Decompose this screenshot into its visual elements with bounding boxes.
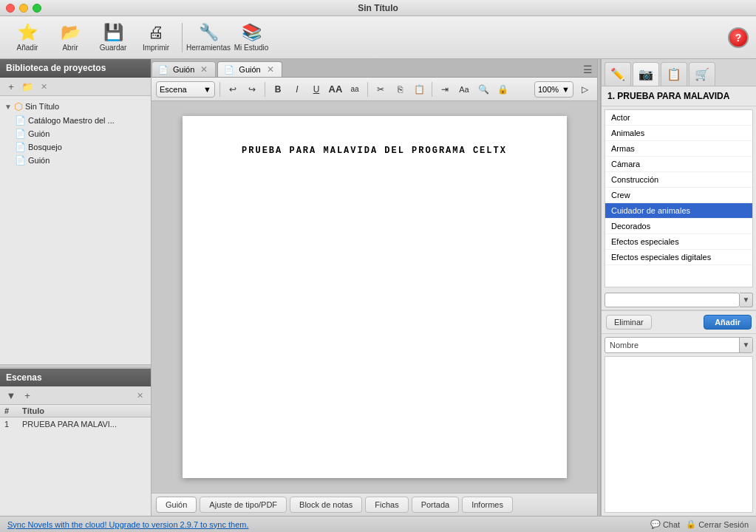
cut-button[interactable]: ✂ bbox=[372, 81, 389, 98]
rp-tab-pencil[interactable]: ✏️ bbox=[605, 62, 631, 86]
scene-expand-btn[interactable]: ▼ bbox=[4, 389, 18, 402]
add-label: Añadir bbox=[17, 44, 38, 52]
category-list: Actor Animales Armas Cámara Construcción… bbox=[605, 109, 753, 287]
category-armas[interactable]: Armas bbox=[605, 141, 752, 157]
tools-icon: 🔧 bbox=[199, 23, 219, 42]
bottom-tab-bar: Guión Ajuste de tipo/PDF Block de notas … bbox=[151, 493, 597, 516]
rp-tab-camera[interactable]: 📷 bbox=[633, 62, 659, 86]
session-button[interactable]: 🔒 Cerrar Sesión bbox=[686, 519, 749, 529]
rp-tab-cart[interactable]: 🛒 bbox=[689, 62, 715, 86]
tab-block[interactable]: Block de notas bbox=[290, 497, 362, 513]
scene-row[interactable]: 1 PRUEBA PARA MALAVI... bbox=[0, 417, 151, 431]
tab-1-close[interactable]: ✕ bbox=[199, 64, 209, 75]
doc-icon: 📄 bbox=[15, 142, 26, 152]
tab-2-close[interactable]: ✕ bbox=[265, 64, 276, 75]
copy-button[interactable]: ⎘ bbox=[392, 81, 408, 98]
close-button[interactable] bbox=[6, 4, 15, 13]
tab-ajuste[interactable]: Ajuste de tipo/PDF bbox=[200, 497, 287, 513]
mystudio-button[interactable]: 📚 Mi Estudio bbox=[231, 19, 271, 56]
tree-root[interactable]: ▼ ⬡ Sin Título bbox=[0, 99, 151, 114]
script-area[interactable]: PRUEBA PARA MALAVIDA DEL PROGRAMA CELTX bbox=[151, 101, 597, 493]
tab-2-label: Guión bbox=[239, 65, 260, 74]
zoom-select[interactable]: 100% ▼ bbox=[534, 81, 573, 98]
category-efectos[interactable]: Efectos especiales bbox=[605, 234, 752, 250]
print-button[interactable]: 🖨 Imprimir bbox=[136, 19, 176, 56]
chat-button[interactable]: 💬 Chat bbox=[650, 519, 680, 529]
font-large-button[interactable]: AA bbox=[327, 81, 344, 98]
right-panel: ✏️ 📷 📋 🛒 1. PRUEBA PARA MALAVIDA Actor A… bbox=[601, 59, 756, 516]
scenes-header: Escenas bbox=[0, 369, 151, 386]
category-cuidador[interactable]: Cuidador de animales bbox=[605, 203, 752, 219]
redo-button[interactable]: ↪ bbox=[244, 81, 260, 98]
category-camara[interactable]: Cámara bbox=[605, 157, 752, 172]
project-tree: ▼ ⬡ Sin Título 📄 Catálogo Maestro del ..… bbox=[0, 96, 151, 364]
tree-item-catalogo[interactable]: 📄 Catálogo Maestro del ... bbox=[10, 114, 151, 127]
style-select[interactable]: Escena ▼ bbox=[156, 81, 215, 98]
category-decorados[interactable]: Decorados bbox=[605, 219, 752, 234]
tab-guion[interactable]: Guión bbox=[156, 497, 197, 513]
tools-button[interactable]: 🔧 Herramientas bbox=[188, 19, 228, 56]
rp-tab-doc[interactable]: 📋 bbox=[661, 62, 687, 86]
scene-add-icon[interactable]: + bbox=[21, 389, 34, 402]
tree-item-guion2[interactable]: 📄 Guión bbox=[10, 154, 151, 167]
tree-item-guion1[interactable]: 📄 Guión bbox=[10, 127, 151, 140]
sidebar-toolbar: + 📁 ✕ bbox=[0, 78, 151, 96]
tree-root-label: Sin Título bbox=[25, 102, 59, 111]
indent-button[interactable]: ⇥ bbox=[437, 81, 453, 98]
minimize-button[interactable] bbox=[19, 4, 28, 13]
category-construccion[interactable]: Construcción bbox=[605, 172, 752, 188]
tools-label: Herramientas bbox=[186, 44, 231, 52]
category-crew[interactable]: Crew bbox=[605, 188, 752, 203]
help-button[interactable]: ? bbox=[728, 27, 749, 48]
tab-2[interactable]: 📄 Guión ✕ bbox=[217, 61, 282, 77]
tab-portada[interactable]: Portada bbox=[412, 497, 460, 513]
delete-button[interactable]: Eliminar bbox=[606, 315, 652, 330]
print-label: Imprimir bbox=[143, 44, 169, 52]
layout-toggle-button[interactable]: ▷ bbox=[576, 81, 593, 98]
upgrade-text[interactable]: Sync Novels with the cloud! Upgrade to v… bbox=[7, 520, 249, 529]
sidebar-folder-button[interactable]: 📁 bbox=[21, 80, 34, 93]
add-item-button[interactable]: Añadir bbox=[704, 315, 752, 330]
doc-icon: 📄 bbox=[15, 129, 26, 139]
dropdown-row: ▼ bbox=[602, 290, 756, 310]
sidebar-add-button[interactable]: + bbox=[4, 80, 18, 93]
col-title-header: Título bbox=[22, 406, 146, 415]
tree-item-label: Catálogo Maestro del ... bbox=[28, 116, 115, 125]
window-controls[interactable] bbox=[6, 4, 41, 13]
panel-toggle-icon[interactable]: ☰ bbox=[583, 64, 593, 75]
font-small-button[interactable]: aa bbox=[347, 81, 363, 98]
dropdown-arrow[interactable]: ▼ bbox=[740, 293, 753, 307]
category-actor[interactable]: Actor bbox=[605, 110, 752, 126]
mystudio-icon: 📚 bbox=[242, 23, 262, 42]
tab-1[interactable]: 📄 Guión ✕ bbox=[151, 61, 216, 77]
tab-fichas[interactable]: Fichas bbox=[365, 497, 408, 513]
main-layout: Biblioteca de proyectos + 📁 ✕ ▼ ⬡ Sin Tí… bbox=[0, 59, 756, 516]
open-button[interactable]: 📂 Abrir bbox=[50, 19, 90, 56]
undo-button[interactable]: ↩ bbox=[225, 81, 241, 98]
nombre-list[interactable] bbox=[605, 356, 753, 514]
paste-button[interactable]: 📋 bbox=[411, 81, 427, 98]
scene-close-btn[interactable]: ✕ bbox=[133, 389, 146, 402]
scene-num: 1 bbox=[4, 420, 22, 429]
tab-doc-icon: 📄 bbox=[224, 65, 234, 75]
underline-button[interactable]: U bbox=[308, 81, 324, 98]
category-input[interactable] bbox=[605, 293, 740, 307]
category-efectos-digitales[interactable]: Efectos especiales digitales bbox=[605, 250, 752, 265]
category-animales[interactable]: Animales bbox=[605, 126, 752, 141]
scenes-panel: Escenas ▼ + ✕ # Título 1 PRUEBA PARA MAL… bbox=[0, 368, 151, 516]
aa-toggle-button[interactable]: Aa bbox=[456, 81, 472, 98]
nombre-dropdown-arrow[interactable]: ▼ bbox=[739, 338, 752, 352]
nombre-dropdown[interactable]: Nombre ▼ bbox=[605, 337, 753, 353]
tree-item-bosquejo[interactable]: 📄 Bosquejo bbox=[10, 140, 151, 154]
save-button[interactable]: 💾 Guardar bbox=[93, 19, 133, 56]
bold-button[interactable]: B bbox=[270, 81, 286, 98]
sidebar-remove-button[interactable]: ✕ bbox=[37, 80, 50, 93]
italic-button[interactable]: I bbox=[289, 81, 305, 98]
tab-informes[interactable]: Informes bbox=[462, 497, 513, 513]
mystudio-label: Mi Estudio bbox=[234, 44, 269, 52]
maximize-button[interactable] bbox=[33, 4, 41, 13]
search-button[interactable]: 🔍 bbox=[475, 81, 491, 98]
add-button[interactable]: ⭐ Añadir bbox=[7, 19, 47, 56]
lock-button[interactable]: 🔒 bbox=[494, 81, 511, 98]
tab-end: ☰ bbox=[284, 61, 597, 77]
